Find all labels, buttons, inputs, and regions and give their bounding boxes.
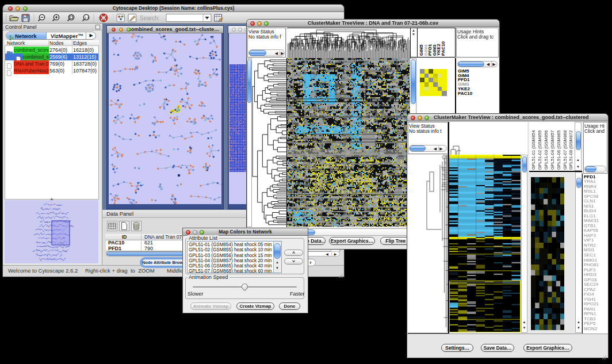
svg-text:Search:: Search:	[140, 15, 159, 21]
svg-text:1:1: 1:1	[85, 16, 89, 20]
